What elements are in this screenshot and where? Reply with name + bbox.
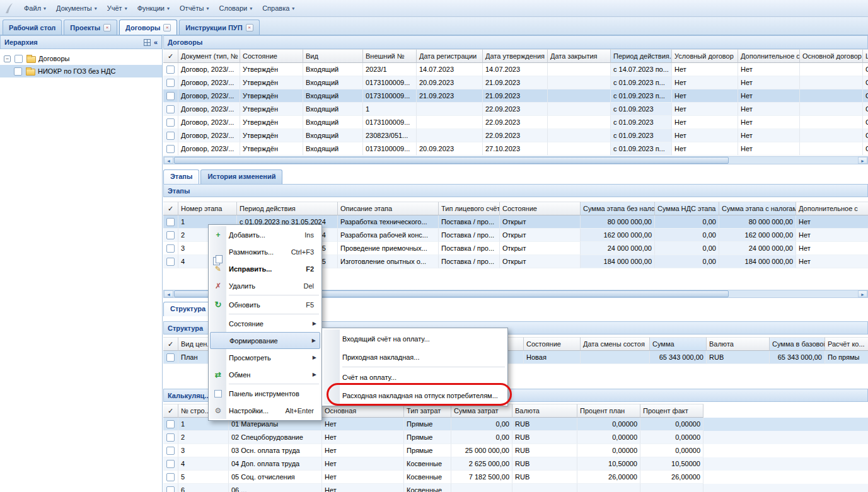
row-select-cell[interactable] — [163, 255, 178, 268]
checkbox[interactable] — [166, 118, 175, 127]
select-all-header[interactable]: ✓ — [163, 49, 178, 63]
row-select-cell[interactable] — [163, 457, 178, 471]
table-row[interactable]: Договор, 2023/...УтверждёнВходящий017310… — [163, 76, 868, 89]
tree-expander-icon[interactable]: − — [4, 55, 11, 62]
menu-item[interactable]: ⚙Настройки...Alt+Enter — [210, 402, 320, 419]
row-select-cell[interactable] — [163, 229, 178, 242]
column-header[interactable]: Дополнительное с — [738, 49, 800, 63]
column-header[interactable]: Расчёт ко... — [825, 337, 868, 351]
menu-item[interactable]: Состояние▶ — [210, 315, 320, 332]
menu-item[interactable]: Формирование▶ — [210, 332, 320, 349]
column-header[interactable]: Условный договор — [672, 49, 738, 63]
column-header[interactable]: Процент план — [577, 404, 640, 418]
column-header[interactable]: Дата утверждения — [483, 49, 548, 63]
table-row[interactable]: 404 Доп. оплата трудаНетКосвенные2 625 0… — [163, 457, 868, 471]
column-header[interactable]: Сумма НДС этапа — [655, 202, 719, 215]
columns-icon[interactable] — [144, 39, 151, 46]
scroll-left-icon[interactable]: ◄ — [164, 157, 173, 164]
table-row[interactable]: Договор, 2023/...УтверждёнВходящий2023/1… — [163, 63, 868, 76]
menu-item[interactable]: +Добавить...Ins — [210, 226, 320, 243]
main-tab[interactable]: Инструкции ПУП× — [179, 20, 259, 35]
menu-item[interactable]: ✗УдалитьDel — [210, 277, 320, 294]
menu-item[interactable]: Размножить...Ctrl+F3 — [210, 243, 320, 260]
menubar-item[interactable]: Учёт▾ — [102, 3, 132, 14]
tab-history[interactable]: История изменений — [200, 169, 282, 184]
row-select-cell[interactable] — [163, 484, 178, 492]
column-header[interactable]: Документ (тип, № — [178, 49, 240, 63]
table-row[interactable]: 303 Осн. оплата трудаНетПрямые25 000 000… — [163, 444, 868, 457]
checkbox[interactable] — [166, 92, 175, 100]
column-header[interactable]: Состояние — [240, 49, 303, 63]
contracts-hscrollbar[interactable]: ◄ ► — [163, 156, 868, 164]
scroll-left-icon[interactable]: ◄ — [164, 290, 173, 297]
menu-item[interactable]: Приходная накладная... — [323, 348, 506, 366]
row-select-cell[interactable] — [163, 103, 178, 116]
row-select-cell[interactable] — [163, 76, 178, 89]
column-header[interactable]: Сумма в базовой в — [770, 337, 825, 351]
menubar-item[interactable]: Функции▾ — [132, 3, 175, 14]
column-header[interactable]: Дата регистрации — [417, 49, 483, 63]
table-row[interactable]: Договор, 2023/...УтверждёнВходящий230823… — [163, 129, 868, 142]
close-icon[interactable]: × — [103, 24, 111, 31]
checkbox[interactable] — [166, 105, 175, 113]
checkbox[interactable] — [166, 460, 175, 468]
table-row[interactable]: Договор, 2023/...УтверждёнВходящий017310… — [163, 142, 868, 156]
checkbox[interactable] — [166, 244, 175, 253]
column-header[interactable]: Сумма этапа без налогов — [581, 202, 655, 215]
table-row[interactable]: Договор, 2023/...УтверждёнВходящий017310… — [163, 89, 868, 103]
column-header[interactable]: Период действия... — [611, 49, 672, 63]
row-select-cell[interactable] — [163, 351, 178, 364]
table-row[interactable]: 606 ...НетКосвенные — [163, 484, 868, 492]
row-select-cell[interactable] — [163, 242, 178, 255]
column-header[interactable]: Тип лицевого счёт — [439, 202, 500, 215]
row-select-cell[interactable] — [163, 129, 178, 142]
column-header[interactable]: Вид — [303, 49, 363, 63]
tree-node[interactable]: НИОКР по ГОЗ без НДС — [0, 65, 162, 77]
column-header[interactable]: Состояние — [500, 202, 581, 215]
main-tab[interactable]: Проекты× — [64, 20, 117, 35]
menu-item[interactable]: Счёт на оплату... — [323, 368, 506, 386]
column-header[interactable]: Валюта — [512, 404, 577, 418]
row-select-cell[interactable] — [163, 116, 178, 129]
scroll-right-icon[interactable]: ► — [858, 290, 867, 297]
column-header[interactable]: Валюта — [707, 337, 770, 351]
column-header[interactable]: Ц — [863, 49, 868, 63]
menu-item[interactable]: Панель инструментов — [210, 385, 320, 402]
menu-item[interactable]: ✎Исправить...F2 — [210, 260, 320, 277]
row-select-cell[interactable] — [163, 444, 178, 457]
checkbox[interactable] — [166, 447, 175, 455]
close-icon[interactable]: × — [246, 24, 253, 31]
menu-item[interactable]: Расходная накладная на отпуск потребител… — [323, 386, 506, 404]
column-header[interactable]: Основной договор — [800, 49, 863, 63]
select-all-header[interactable]: ✓ — [163, 404, 178, 418]
row-select-cell[interactable] — [163, 215, 178, 229]
column-header[interactable]: Номер этапа — [178, 202, 237, 215]
column-header[interactable]: Сумма — [650, 337, 707, 351]
row-select-cell[interactable] — [163, 418, 178, 431]
column-header[interactable]: Дата смены состоя — [581, 337, 650, 351]
menu-item[interactable]: ↻ОбновитьF5 — [210, 296, 320, 313]
column-header[interactable]: Дата закрытия — [548, 49, 611, 63]
tab-structure[interactable]: Структура — [163, 302, 212, 316]
table-row[interactable]: Договор, 2023/...УтверждёнВходящий017310… — [163, 116, 868, 129]
checkbox[interactable] — [166, 486, 175, 492]
row-select-cell[interactable] — [163, 471, 178, 484]
table-row[interactable]: 202 СпецоборудованиеНетПрямые0,00RUB0,00… — [163, 431, 868, 444]
column-header[interactable]: Сумма этапа с налогами — [719, 202, 796, 215]
row-select-cell[interactable] — [163, 142, 178, 156]
checkbox[interactable] — [166, 79, 175, 87]
menubar-item[interactable]: Словари▾ — [214, 3, 257, 14]
checkbox[interactable] — [166, 145, 175, 153]
row-select-cell[interactable] — [163, 63, 178, 76]
checkbox[interactable] — [166, 218, 175, 226]
checkbox[interactable] — [14, 55, 23, 63]
menu-item[interactable]: ⇄Обмен▶ — [210, 366, 320, 383]
column-header[interactable]: Внешний № — [363, 49, 417, 63]
tab-stages[interactable]: Этапы — [163, 169, 199, 184]
collapse-panel-icon[interactable]: « — [154, 38, 158, 46]
checkbox[interactable] — [166, 433, 175, 442]
checkbox[interactable] — [166, 132, 175, 140]
checkbox[interactable] — [166, 353, 175, 362]
menubar-item[interactable]: Отчёты▾ — [175, 3, 214, 14]
checkbox[interactable] — [166, 66, 175, 74]
